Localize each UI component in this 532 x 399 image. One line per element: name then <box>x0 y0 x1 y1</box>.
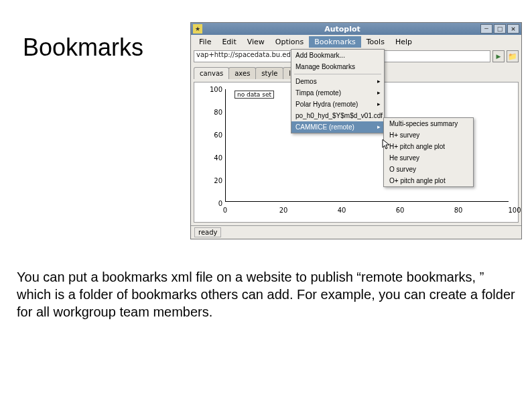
y-tick: 60 <box>194 131 222 139</box>
tab-canvas[interactable]: canvas <box>194 67 229 79</box>
y-tick: 0 <box>194 200 222 207</box>
open-folder-button[interactable]: 📁 <box>507 50 519 62</box>
dropdown-item-demos[interactable]: Demos▸ <box>291 76 384 87</box>
menu-tools[interactable]: Tools <box>361 36 390 48</box>
chevron-right-icon: ▸ <box>377 123 381 130</box>
submenu-item[interactable]: H+ pitch angle plot <box>384 141 473 152</box>
maximize-button[interactable]: □ <box>494 24 506 34</box>
dropdown-item-cammice[interactable]: CAMMICE (remote)▸ <box>291 121 384 133</box>
submenu-item[interactable]: He survey <box>384 152 473 164</box>
x-tick: 40 <box>338 207 346 214</box>
x-tick: 80 <box>454 207 463 214</box>
bookmarks-dropdown: Add Bookmark... Manage Bookmarks Demos▸ … <box>291 49 385 133</box>
menu-options[interactable]: Options <box>270 36 309 48</box>
dropdown-item-cdf[interactable]: po_h0_hyd_$Y$m$d_v01.cdf <box>291 110 384 121</box>
x-tick: 100 <box>508 207 521 214</box>
chevron-right-icon: ▸ <box>377 101 381 107</box>
dropdown-add-bookmark[interactable]: Add Bookmark... <box>291 50 384 61</box>
go-button[interactable]: ▶ <box>492 50 505 62</box>
dropdown-item-polar-hydra[interactable]: Polar Hydra (remote)▸ <box>291 99 384 110</box>
dropdown-item-label: CAMMICE (remote) <box>295 123 354 131</box>
y-tick: 40 <box>194 154 222 162</box>
submenu-item[interactable]: Multi-species summary <box>384 118 473 129</box>
x-tick: 0 <box>223 207 227 214</box>
slide-title: Bookmarks <box>23 34 143 62</box>
app-icon: ★ <box>193 24 202 34</box>
menubar: File Edit View Options Bookmarks Tools H… <box>191 35 521 48</box>
status-text: ready <box>194 227 221 237</box>
y-tick: 80 <box>194 109 222 116</box>
bookmarks-submenu: Multi-species summary H+ survey H+ pitch… <box>383 117 474 187</box>
tab-axes[interactable]: axes <box>228 67 256 79</box>
submenu-item[interactable]: O survey <box>384 164 473 175</box>
menu-file[interactable]: File <box>194 36 216 48</box>
menu-help[interactable]: Help <box>390 36 417 48</box>
chevron-right-icon: ▸ <box>377 89 381 96</box>
dropdown-item-label: po_h0_hyd_$Y$m$d_v01.cdf <box>295 112 383 119</box>
y-tick: 20 <box>194 177 222 184</box>
slide-body-text: You can put a bookmarks xml file on a we… <box>17 268 515 321</box>
titlebar: ★ Autoplot ─ □ × <box>191 23 521 35</box>
dropdown-item-label: Demos <box>295 78 317 85</box>
tab-style[interactable]: style <box>255 67 283 79</box>
cursor-icon <box>382 139 391 151</box>
y-tick: 100 <box>194 86 222 93</box>
menu-edit[interactable]: Edit <box>216 36 241 48</box>
menu-bookmarks[interactable]: Bookmarks <box>309 36 360 48</box>
minimize-button[interactable]: ─ <box>480 24 492 34</box>
dropdown-item-label: Polar Hydra (remote) <box>295 101 358 108</box>
dropdown-item-timpa[interactable]: Timpa (remote)▸ <box>291 87 384 99</box>
status-bar: ready <box>191 225 521 239</box>
x-tick: 60 <box>396 207 405 214</box>
chevron-right-icon: ▸ <box>377 78 381 84</box>
menu-view[interactable]: View <box>242 36 270 48</box>
dropdown-manage-bookmarks[interactable]: Manage Bookmarks <box>291 61 384 72</box>
dropdown-item-label: Timpa (remote) <box>295 89 341 97</box>
submenu-item[interactable]: O+ pitch angle plot <box>384 175 473 186</box>
x-tick: 20 <box>279 207 288 214</box>
dropdown-separator <box>294 74 381 74</box>
window-title: Autoplot <box>206 25 479 34</box>
close-button[interactable]: × <box>507 24 519 34</box>
submenu-item[interactable]: H+ survey <box>384 129 473 141</box>
